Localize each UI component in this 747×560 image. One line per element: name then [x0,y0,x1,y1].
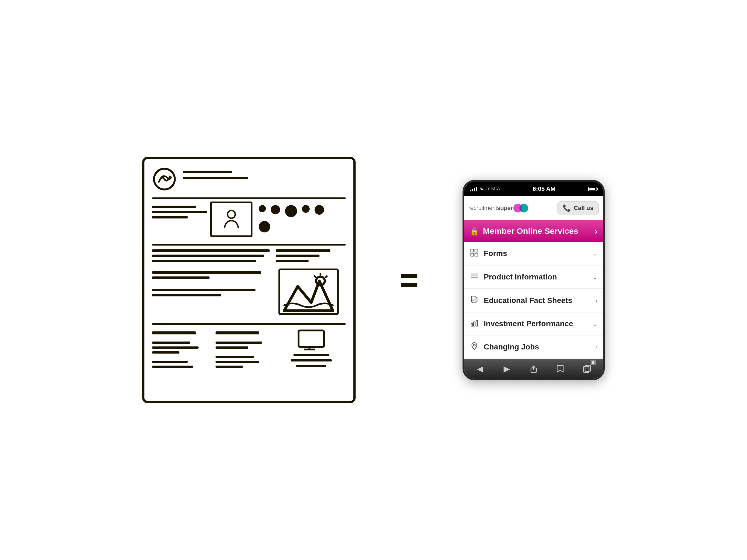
signal-bar-4 [476,187,477,191]
logo-area: recruitmentsuper [468,204,528,212]
call-us-button[interactable]: 📞 Call us [558,201,598,215]
menu-list: Forms ⌄ Product Infor [464,242,603,358]
menu-item-forms-left: Forms [470,249,507,259]
member-services-left: 🔒 Member Online Services [470,226,578,236]
menu-item-changing-jobs[interactable]: Changing Jobs › [464,336,603,358]
svg-rect-10 [475,249,478,252]
sketch-circles-row1 [259,205,335,233]
menu-item-forms[interactable]: Forms ⌄ [464,242,603,265]
forward-button[interactable]: ▶ [500,362,514,376]
svg-rect-21 [473,322,475,326]
sketch-logo [152,167,177,191]
app-header: recruitmentsuper 📞 Call us [464,196,603,220]
sketch-row2-text [152,249,270,262]
investment-label: Investment Performance [484,319,573,328]
share-button[interactable] [527,362,540,376]
bookmarks-button[interactable] [553,362,567,376]
forms-chevron-down: ⌄ [592,250,598,257]
logo-circle-pink [513,204,522,212]
logo-text: recruitmentsuper [468,205,513,212]
member-services-chevron: › [595,226,598,236]
sketch-border [142,157,356,403]
member-services-button[interactable]: 🔒 Member Online Services › [464,220,603,242]
sketch-wireframe [142,157,356,403]
svg-line-5 [314,276,316,278]
signal-bar-3 [474,188,475,191]
educational-label: Educational Fact Sheets [484,296,572,305]
sketch-image-2 [279,268,339,315]
menu-item-educational-left: Educational Fact Sheets [470,296,572,305]
svg-rect-20 [471,323,473,326]
logo-text-part1: recruitment [468,205,497,211]
sketch-image-1 [210,202,253,237]
phone-mockup: ∿ Telstra 6:05 AM recruitmentsuper [463,180,605,380]
svg-rect-11 [471,253,474,256]
wifi-icon: ∿ [479,186,483,192]
battery-icon [588,187,597,191]
sketch-col2 [215,331,270,368]
logo-circles [513,204,528,212]
menu-item-product-info[interactable]: Product Information ⌄ [464,266,603,289]
sketch-divider2 [152,244,346,245]
call-us-label: Call us [573,205,593,212]
changing-jobs-chevron-right: › [595,343,598,351]
carrier-label: Telstra [486,186,500,192]
phone-frame: ∿ Telstra 6:05 AM recruitmentsuper [463,180,605,380]
svg-point-23 [473,344,475,346]
pin-icon [470,342,479,352]
bottom-toolbar: ◀ ▶ [464,359,603,379]
sketch-divider [152,197,346,199]
svg-rect-22 [476,320,478,326]
product-info-label: Product Information [484,273,557,282]
svg-rect-12 [475,253,478,256]
signal-bar-2 [472,189,473,191]
status-right [588,187,597,191]
list-icon [470,272,479,282]
phone-icon: 📞 [563,204,571,212]
document-icon [470,296,479,305]
page-container: = ∿ Telstra 6:05 AM [0,0,747,560]
menu-item-product-left: Product Information [470,272,557,282]
logo-text-part2: super [497,205,513,211]
signal-bars [470,186,477,191]
product-info-chevron-down: ⌄ [592,273,598,281]
signal-bar-1 [470,190,471,191]
grid-icon [470,249,479,259]
tabs-count: 5 [591,360,596,365]
svg-rect-9 [471,249,474,252]
menu-item-educational[interactable]: Educational Fact Sheets › [464,289,603,312]
status-time: 6:05 AM [533,185,556,192]
status-bar: ∿ Telstra 6:05 AM [464,182,603,196]
status-left: ∿ Telstra [470,186,500,192]
sketch-header-lines [183,170,248,179]
lock-icon: 🔒 [470,227,479,236]
sketch-col3 [284,329,339,367]
sketch-row2-left-more [152,271,267,296]
menu-item-investment-left: Investment Performance [470,319,573,328]
member-services-label: Member Online Services [483,226,578,236]
changing-jobs-label: Changing Jobs [484,343,539,351]
educational-chevron-right: › [595,297,598,304]
forms-label: Forms [484,249,507,258]
sketch-divider3 [152,323,346,325]
investment-chevron-down: ⌄ [592,320,598,327]
menu-item-jobs-left: Changing Jobs [470,342,539,352]
bar-chart-icon [470,319,479,328]
sketch-col1 [152,331,207,368]
svg-line-4 [326,276,328,278]
back-button[interactable]: ◀ [473,362,487,376]
battery-fill [589,188,595,190]
menu-item-investment[interactable]: Investment Performance ⌄ [464,313,603,335]
tabs-button[interactable]: 5 [580,362,594,376]
equals-sign: = [400,264,418,296]
svg-point-1 [228,211,235,218]
sketch-row2-right [276,249,330,262]
sketch-row1-text [152,206,207,218]
svg-rect-6 [299,330,324,347]
